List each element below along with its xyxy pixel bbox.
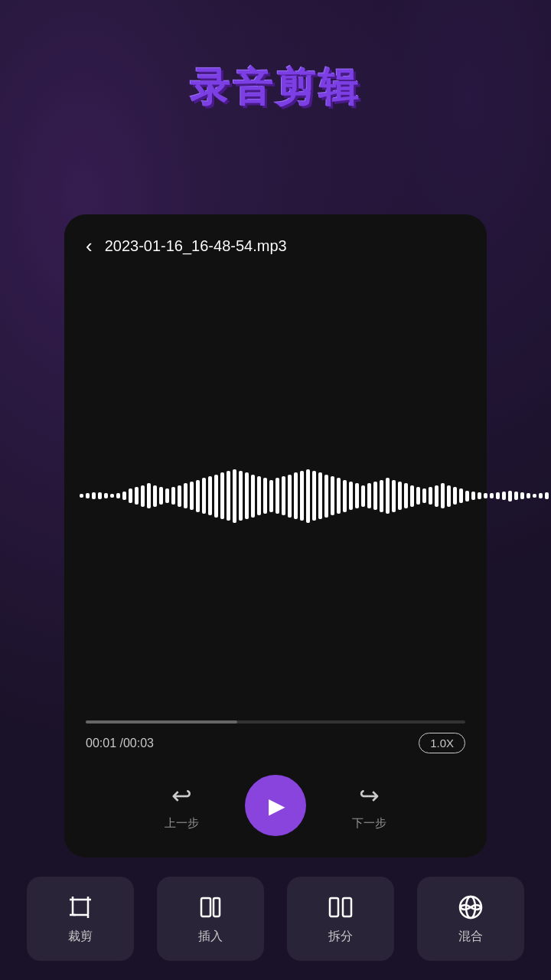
waveform-bar <box>447 485 451 507</box>
tool-mix[interactable]: 混合 <box>417 877 524 961</box>
waveform-bar <box>312 471 316 521</box>
waveform-bar <box>153 485 157 507</box>
waveform-bar <box>196 480 200 512</box>
progress-bar[interactable] <box>86 720 465 724</box>
split-label: 拆分 <box>328 929 353 945</box>
waveform-bar <box>490 493 494 498</box>
waveform-bar <box>355 483 359 508</box>
play-icon: ▶ <box>269 793 285 818</box>
progress-fill <box>86 720 237 724</box>
prev-button[interactable]: ↩ 上一步 <box>165 781 199 831</box>
playback-controls: ↩ 上一步 ▶ ↪ 下一步 <box>86 775 465 836</box>
waveform-bar <box>294 472 298 519</box>
insert-label: 插入 <box>198 929 223 945</box>
waveform-bar <box>141 485 145 507</box>
insert-icon <box>197 893 224 921</box>
waveform-bar <box>361 485 365 507</box>
waveform-bar <box>471 492 475 501</box>
waveform-bar <box>478 492 481 499</box>
waveform-bar <box>349 482 353 510</box>
waveform-bar <box>220 472 224 519</box>
waveform-bar <box>318 472 322 519</box>
waveform-bar <box>239 471 243 521</box>
waveform-area <box>64 271 487 720</box>
mix-icon <box>457 893 484 921</box>
play-button[interactable]: ▶ <box>245 775 306 836</box>
next-label: 下一步 <box>352 816 386 831</box>
crop-icon <box>67 893 94 921</box>
waveform-bar <box>159 487 163 505</box>
back-button[interactable]: ‹ <box>86 236 93 256</box>
waveform-bar <box>251 475 255 518</box>
waveform-bar <box>98 492 102 499</box>
waveform-bar <box>343 480 347 512</box>
waveform-bar <box>245 472 249 519</box>
svg-rect-8 <box>201 898 210 916</box>
player-card: ‹ 2023-01-16_16-48-54.mp3 00:01 /00:03 1… <box>64 214 487 858</box>
waveform-bar <box>533 494 536 498</box>
waveform-bar <box>373 482 377 510</box>
page-title: 录音剪辑 <box>0 0 551 115</box>
waveform-bar <box>147 483 151 508</box>
waveform-bar <box>135 487 139 505</box>
waveform-bar <box>367 483 371 508</box>
waveform-bar <box>527 493 530 498</box>
waveform-bar <box>465 491 469 501</box>
waveform-bar <box>288 475 292 518</box>
waveform-bar <box>282 476 285 515</box>
waveform-bar <box>129 488 132 503</box>
waveform-bar <box>441 483 445 508</box>
waveform-bar <box>122 492 126 501</box>
svg-rect-12 <box>343 898 351 916</box>
waveform-bar <box>257 476 261 515</box>
waveform-bar <box>416 487 420 505</box>
waveform-bar <box>435 485 439 507</box>
prev-icon: ↩ <box>171 781 192 810</box>
waveform-bar <box>92 492 96 499</box>
waveform-bar <box>539 493 543 498</box>
waveform-bar <box>263 478 267 514</box>
waveform-bar <box>404 483 408 508</box>
waveform-bar <box>508 491 512 501</box>
waveform-bar <box>520 492 524 499</box>
waveform-bar <box>104 493 108 498</box>
waveform-bar <box>386 478 390 514</box>
next-icon: ↪ <box>359 781 380 810</box>
file-name: 2023-01-16_16-48-54.mp3 <box>105 237 287 255</box>
waveform-bar <box>276 478 279 514</box>
waveform-bar <box>116 493 120 498</box>
waveform-bar <box>429 487 432 505</box>
waveform-bar <box>453 487 457 505</box>
controls-area: 00:01 /00:03 1.0X ↩ 上一步 ▶ ↪ 下一步 <box>64 720 487 858</box>
waveform-bar <box>459 488 463 503</box>
waveform-bar <box>86 493 90 498</box>
tool-split[interactable]: 拆分 <box>287 877 394 961</box>
waveform-bar <box>165 488 169 503</box>
waveform-bar <box>178 485 181 507</box>
speed-badge[interactable]: 1.0X <box>419 733 465 753</box>
waveform-bar <box>202 478 206 514</box>
waveform-bar <box>337 478 341 514</box>
waveform-bar <box>398 482 402 510</box>
waveform-bar <box>269 480 273 512</box>
waveform-bar <box>214 475 218 518</box>
waveform-bar <box>496 492 500 499</box>
svg-rect-9 <box>214 898 220 916</box>
waveform-bar <box>324 475 328 518</box>
tool-insert[interactable]: 插入 <box>157 877 264 961</box>
svg-rect-11 <box>330 898 338 916</box>
waveform-bar <box>380 480 383 512</box>
waveform-bar <box>233 469 236 523</box>
waveform-bar <box>392 480 396 512</box>
next-button[interactable]: ↪ 下一步 <box>352 781 386 831</box>
waveform-bar <box>171 487 175 505</box>
waveform-bar <box>300 471 304 521</box>
tool-crop[interactable]: 裁剪 <box>27 877 134 961</box>
svg-rect-0 <box>73 900 88 915</box>
waveform-bar <box>110 494 114 498</box>
waveform-bar <box>331 476 334 515</box>
waveform-bar <box>208 476 212 515</box>
waveform-bar <box>80 494 83 498</box>
crop-label: 裁剪 <box>68 929 93 945</box>
waveform-bar <box>484 493 487 498</box>
